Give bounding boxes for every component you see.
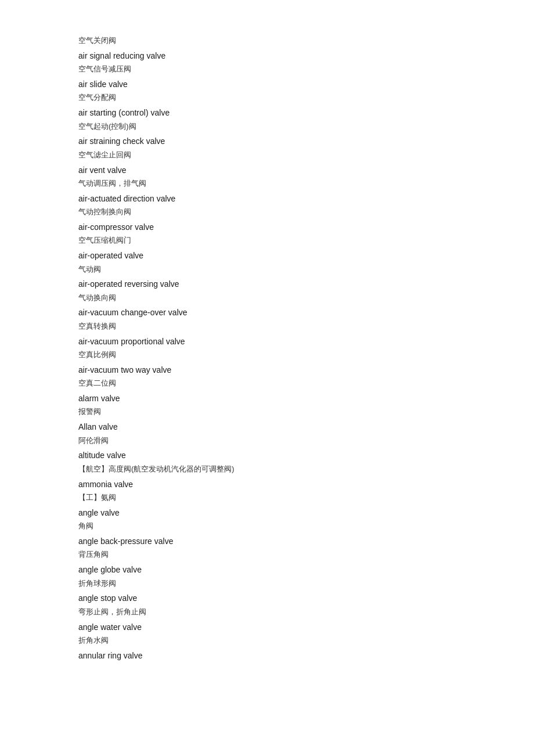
entry-group: angle water valve折角水阀 [78, 621, 456, 647]
entry-group: Allan valve阿伦滑阀 [78, 420, 456, 447]
entry-group: air-vacuum proportional valve空真比例阀 [78, 335, 456, 361]
english-term: air straining check valve [78, 135, 456, 147]
english-term: air signal reducing valve [78, 49, 456, 62]
entry-group: air signal reducing valve空气信号减压阀 [78, 49, 456, 75]
chinese-definition: 空真二位阀 [78, 377, 456, 390]
entry-group: air-vacuum change-over valve空真转换阀 [78, 306, 456, 332]
entry-group: air slide valve空气分配阀 [78, 78, 456, 104]
entry-group: air straining check valve空气滤尘止回阀 [78, 135, 456, 161]
entry-group: 空气关闭阀 [78, 35, 456, 47]
entry-group: angle valve角阀 [78, 506, 456, 532]
chinese-definition: 背压角阀 [78, 549, 456, 561]
entry-group: angle globe valve折角球形阀 [78, 563, 456, 589]
chinese-definition: 报警阀 [78, 406, 456, 418]
chinese-definition: 气动阀 [78, 264, 456, 276]
english-term: annular ring valve [78, 649, 456, 662]
english-term: angle globe valve [78, 563, 456, 576]
chinese-definition: 气动换向阀 [78, 292, 456, 304]
english-term: alarm valve [78, 392, 456, 405]
entry-group: air-vacuum two way valve空真二位阀 [78, 363, 456, 390]
english-term: Allan valve [78, 420, 456, 433]
entry-group: alarm valve报警阀 [78, 392, 456, 418]
english-term: ammonia valve [78, 478, 456, 491]
english-term: air-vacuum change-over valve [78, 306, 456, 319]
chinese-definition: 空气滤尘止回阀 [78, 149, 456, 161]
entry-group: air starting (control) valve空气起动(控制)阀 [78, 106, 456, 132]
english-term: angle stop valve [78, 592, 456, 604]
english-term: air starting (control) valve [78, 106, 456, 119]
entry-group: ammonia valve【工】氨阀 [78, 478, 456, 504]
entry-group: air-operated reversing valve气动换向阀 [78, 278, 456, 304]
entry-group: air vent valve气动调压阀，排气阀 [78, 164, 456, 190]
english-term: air-operated valve [78, 249, 456, 262]
chinese-definition: 空真比例阀 [78, 349, 456, 361]
chinese-definition: 气动调压阀，排气阀 [78, 178, 456, 190]
chinese-definition: 气动控制换向阀 [78, 206, 456, 218]
english-term: air vent valve [78, 164, 456, 177]
chinese-definition: 角阀 [78, 520, 456, 532]
chinese-definition: 【航空】高度阀(航空发动机汽化器的可调整阀) [78, 463, 456, 476]
english-term: air-operated reversing valve [78, 278, 456, 290]
chinese-definition: 折角水阀 [78, 635, 456, 647]
chinese-definition: 折角球形阀 [78, 578, 456, 590]
entry-group: annular ring valve [78, 649, 456, 662]
chinese-definition: 空气关闭阀 [78, 35, 456, 47]
chinese-definition: 【工】氨阀 [78, 492, 456, 504]
chinese-definition: 弯形止阀，折角止阀 [78, 606, 456, 618]
english-term: air slide valve [78, 78, 456, 91]
chinese-definition: 阿伦滑阀 [78, 435, 456, 447]
entry-group: air-actuated direction valve气动控制换向阀 [78, 192, 456, 218]
chinese-definition: 空气压缩机阀门 [78, 235, 456, 247]
english-term: air-vacuum two way valve [78, 363, 456, 376]
english-term: angle valve [78, 506, 456, 519]
english-term: air-compressor valve [78, 221, 456, 233]
english-term: angle back-pressure valve [78, 535, 456, 548]
entry-group: angle back-pressure valve背压角阀 [78, 535, 456, 561]
entry-group: angle stop valve弯形止阀，折角止阀 [78, 592, 456, 618]
chinese-definition: 空气起动(控制)阀 [78, 121, 456, 133]
entry-group: air-operated valve气动阀 [78, 249, 456, 275]
chinese-definition: 空气分配阀 [78, 92, 456, 104]
english-term: air-actuated direction valve [78, 192, 456, 205]
english-term: angle water valve [78, 621, 456, 633]
chinese-definition: 空气信号减压阀 [78, 63, 456, 75]
entry-group: altitude valve【航空】高度阀(航空发动机汽化器的可调整阀) [78, 449, 456, 475]
english-term: air-vacuum proportional valve [78, 335, 456, 348]
english-term: altitude valve [78, 449, 456, 462]
entry-group: air-compressor valve空气压缩机阀门 [78, 221, 456, 247]
chinese-definition: 空真转换阀 [78, 321, 456, 333]
main-content: 空气关闭阀air signal reducing valve空气信号减压阀air… [0, 0, 534, 699]
